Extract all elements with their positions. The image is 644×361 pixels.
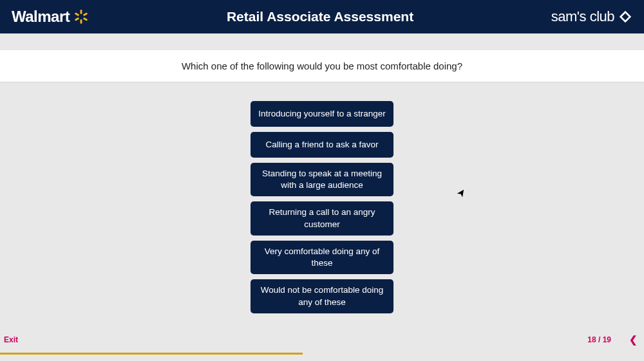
svg-rect-1 <box>80 19 82 24</box>
footer-bar: Exit 18 / 19 ❮ <box>0 334 644 348</box>
svg-rect-2 <box>83 12 88 16</box>
footer-right: 18 / 19 ❮ <box>587 334 638 346</box>
option-button[interactable]: Introducing yourself to a stranger <box>251 101 393 127</box>
page-title: Retail Associate Assessment <box>227 9 413 24</box>
walmart-logo-text: Walmart <box>12 8 70 26</box>
sams-club-logo-text: sam's club <box>551 8 614 25</box>
option-button[interactable]: Calling a friend to ask a favor <box>251 132 393 158</box>
exit-link[interactable]: Exit <box>4 335 18 344</box>
question-text: Which one of the following would you be … <box>0 60 644 71</box>
previous-chevron-icon[interactable]: ❮ <box>629 334 638 346</box>
option-button[interactable]: Would not be comfortable doing any of th… <box>251 279 393 313</box>
footer: Exit 18 / 19 ❮ <box>0 334 644 353</box>
svg-rect-3 <box>75 17 79 21</box>
question-bar: Which one of the following would you be … <box>0 50 644 82</box>
page-counter: 18 / 19 <box>587 335 611 344</box>
svg-rect-0 <box>80 10 82 14</box>
svg-rect-4 <box>75 12 79 16</box>
option-button[interactable]: Standing to speak at a meeting with a la… <box>251 163 393 196</box>
brand-left: Walmart <box>12 8 89 26</box>
option-button[interactable]: Very comfortable doing any of these <box>251 241 393 274</box>
svg-rect-5 <box>83 17 88 21</box>
option-button[interactable]: Returning a call to an angry customer <box>251 201 393 235</box>
sams-club-diamond-icon <box>618 10 632 24</box>
options-container: Introducing yourself to a stranger Calli… <box>0 101 644 313</box>
progress-bar <box>0 353 303 355</box>
brand-right: sam's club <box>551 8 632 25</box>
app-header: Walmart Retail Associate Assessment sam'… <box>0 0 644 33</box>
walmart-spark-icon <box>73 9 89 24</box>
